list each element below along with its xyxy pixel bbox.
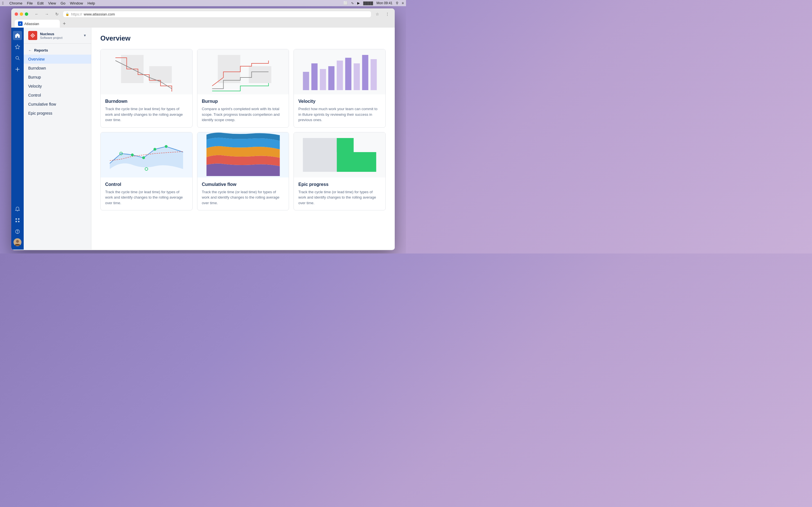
svg-point-1 [16,56,18,59]
menu-button[interactable]: ⋮ [384,11,391,17]
velocity-desc: Predict how much work your team can comm… [298,106,381,123]
battery-icon: ▓▓▓▓ [363,1,373,5]
menubar-go[interactable]: Go [61,1,65,5]
report-card-control[interactable]: Control Track the cycle time (or lead ti… [100,132,193,211]
nav-help-icon[interactable] [13,227,22,236]
svg-point-35 [142,156,145,159]
address-bar[interactable]: 🔒 https:// www.atlassian.com [63,11,371,17]
nav-apps-icon[interactable] [13,216,22,225]
browser-chrome: ← → ↻ 🔒 https:// www.atlassian.com ☆ ⋮ A… [11,8,395,27]
nav-notifications-icon[interactable] [13,205,22,214]
svg-rect-40 [303,138,323,152]
burnup-desc: Compare a sprint's completed work with i… [202,106,285,123]
svg-rect-31 [362,55,368,90]
menubar-window[interactable]: Window [70,1,83,5]
sidebar-item-cumulative-flow[interactable]: Cumulative flow [24,100,91,109]
control-card-body: Control Track the cycle time (or lead ti… [101,177,192,210]
svg-rect-7 [18,218,19,220]
control-center-icon[interactable]: ≡ [402,1,404,5]
menubar-chrome[interactable]: Chrome [9,1,22,5]
velocity-card-body: Velocity Predict how much work your team… [294,94,386,127]
svg-rect-28 [337,61,343,90]
sidebar-item-burnup[interactable]: Burnup [24,73,91,82]
sidebar-item-burndown[interactable]: Burndown [24,64,91,73]
clock: Mon 09:41 [376,1,393,5]
nav-star-icon[interactable] [13,42,22,51]
svg-rect-43 [337,138,354,152]
svg-point-37 [165,145,167,148]
burnup-title: Burnup [202,99,285,104]
project-dropdown-icon: ▼ [83,34,87,38]
new-tab-button[interactable]: + [60,20,68,27]
menubar-left:  Chrome File Edit View Go Window Help [2,1,95,5]
cumulative-title: Cumulative flow [202,182,285,187]
nav-search-icon[interactable] [13,54,22,62]
nav-home-icon[interactable] [13,31,22,40]
sidebar-item-control[interactable]: Control [24,91,91,100]
report-card-cumulative[interactable]: Cumulative flow Track the cycle time (or… [197,132,289,211]
wifi-icon[interactable]: ∿ [351,1,354,5]
epic-title: Epic progress [298,182,381,187]
bookmark-button[interactable]: ☆ [373,11,381,17]
svg-rect-29 [345,58,352,90]
svg-rect-25 [312,63,318,90]
browser-window: ← → ↻ 🔒 https:// www.atlassian.com ☆ ⋮ A… [11,8,395,250]
cumulative-preview [197,132,289,177]
svg-rect-23 [249,66,271,83]
menubar-right: ⬜ ∿ ▶ ▓▓▓▓ Mon 09:41 ⚲ ≡ [343,1,404,5]
window-close-button[interactable] [15,12,18,16]
control-preview [101,132,192,177]
reload-button[interactable]: ↻ [53,11,61,17]
sidebar-project[interactable]: Nucleus Software project ▼ [24,27,91,44]
security-icon: 🔒 [65,12,69,16]
sidebar-item-overview[interactable]: Overview [24,55,91,64]
cast-icon[interactable]: ⬜ [343,1,348,5]
user-avatar[interactable] [13,238,21,246]
menubar-view[interactable]: View [48,1,56,5]
report-card-burndown[interactable]: Burndown Track the cycle time (or lead t… [100,49,193,128]
burndown-title: Burndown [105,99,188,104]
tab-label: Atlassian [24,22,39,26]
sidebar-item-velocity[interactable]: Velocity [24,82,91,91]
menubar-help[interactable]: Help [87,1,95,5]
search-menu-icon[interactable]: ⚲ [396,1,398,5]
epic-preview [294,132,386,177]
project-icon [28,31,37,40]
control-title: Control [105,182,188,187]
window-maximize-button[interactable] [25,12,28,16]
report-card-burnup[interactable]: Burnup Compare a sprint's completed work… [197,49,289,128]
velocity-title: Velocity [298,99,381,104]
cumulative-card-body: Cumulative flow Track the cycle time (or… [197,177,289,210]
volume-icon[interactable]: ▶ [357,1,360,5]
project-type: Software project [40,36,80,40]
nav-rail-top [13,31,22,202]
apple-menu[interactable]:  [2,1,4,5]
back-button[interactable]: ← [33,11,41,17]
epic-card-body: Epic progress Track the cycle time (or l… [294,177,386,210]
nav-create-icon[interactable] [13,65,22,74]
reports-grid: Burndown Track the cycle time (or lead t… [100,49,386,210]
browser-tab[interactable]: A Atlassian [15,20,60,27]
sidebar-item-epic-progress[interactable]: Epic progress [24,109,91,118]
menubar-edit[interactable]: Edit [37,1,43,5]
window-minimize-button[interactable] [20,12,23,16]
sidebar-back-button[interactable]: ← Reports [24,46,91,55]
burndown-card-body: Burndown Track the cycle time (or lead t… [101,94,192,127]
back-arrow-icon: ← [28,48,32,52]
tab-bar: A Atlassian + [15,20,391,27]
sidebar-nav: ← Reports Overview Burndown Burnup Veloc… [24,44,91,120]
cumulative-desc: Track the cycle time (or lead time) for … [202,189,285,206]
main-content: Overview Bur [91,27,395,249]
epic-desc: Track the cycle time (or lead time) for … [298,189,381,206]
svg-rect-41 [337,152,376,172]
window-buttons [15,12,28,16]
forward-button[interactable]: → [43,11,51,17]
report-card-epic[interactable]: Epic progress Track the cycle time (or l… [294,132,386,211]
menubar-file[interactable]: File [27,1,33,5]
nav-rail [11,27,24,249]
report-card-velocity[interactable]: Velocity Predict how much work your team… [294,49,386,128]
svg-line-2 [18,59,19,60]
svg-rect-42 [303,152,337,172]
svg-rect-26 [320,69,326,90]
burndown-preview [101,49,192,94]
